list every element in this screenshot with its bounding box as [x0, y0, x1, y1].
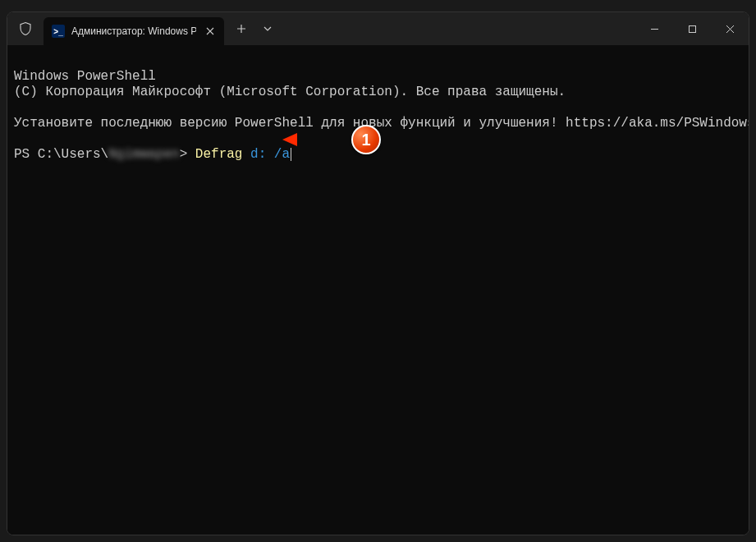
output-text: Установите последнюю версию PowerShell д…	[14, 116, 566, 131]
output-link: https://aka.ms/PSWindows	[566, 116, 749, 131]
text-cursor	[291, 148, 291, 161]
close-tab-button[interactable]	[203, 24, 218, 39]
tab-title: Администратор: Windows Pc	[71, 25, 196, 37]
command-keyword: Defrag	[195, 147, 243, 162]
arrow-icon	[282, 131, 348, 148]
uac-shield-icon	[7, 21, 44, 36]
titlebar-left: >_ Администратор: Windows Pc	[7, 12, 635, 45]
minimize-button[interactable]	[635, 12, 673, 45]
prompt-suffix: >	[180, 147, 195, 162]
window-controls	[635, 12, 749, 45]
terminal-window: >_ Администратор: Windows Pc	[7, 11, 749, 535]
powershell-icon: >_	[52, 25, 65, 38]
svg-rect-0	[689, 25, 695, 32]
output-line: Установите последнюю версию PowerShell д…	[14, 116, 742, 131]
step-number: 1	[361, 132, 370, 148]
close-window-button[interactable]	[711, 12, 749, 45]
titlebar: >_ Администратор: Windows Pc	[7, 12, 749, 45]
prompt-line: PS C:\Users\Ngimмapen> Defrag d: /a	[14, 147, 742, 163]
output-line: (C) Корпорация Майкрософт (Microsoft Cor…	[14, 85, 742, 100]
prompt-user-blurred: Ngimмapen	[108, 147, 179, 163]
command-args: d: /a	[242, 147, 290, 162]
terminal-body[interactable]: Windows PowerShell(C) Корпорация Майкрос…	[7, 45, 749, 535]
ps-icon-glyph: >_	[53, 27, 62, 36]
prompt-path: PS C:\Users\	[14, 147, 108, 162]
new-tab-button[interactable]	[227, 24, 255, 34]
output-line: Windows PowerShell	[14, 69, 742, 85]
maximize-button[interactable]	[673, 12, 711, 45]
tab-dropdown-button[interactable]	[255, 26, 280, 31]
active-tab[interactable]: >_ Администратор: Windows Pc	[44, 17, 224, 45]
